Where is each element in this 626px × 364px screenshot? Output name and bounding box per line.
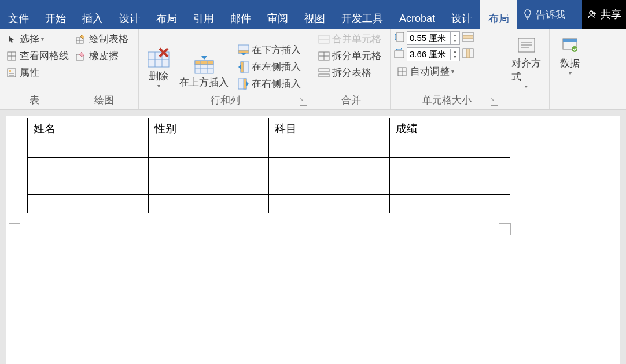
merge-cells-label: 合并单元格 <box>332 32 381 46</box>
tab-file[interactable]: 文件 <box>0 0 37 29</box>
tab-mailings[interactable]: 邮件 <box>222 0 259 29</box>
insert-right-button[interactable]: 在右侧插入 <box>235 76 303 91</box>
autofit-button[interactable]: 自动调整 <box>394 64 474 79</box>
document-table[interactable]: 姓名 性别 科目 成绩 <box>27 118 510 213</box>
autofit-label: 自动调整 <box>410 65 450 78</box>
svg-rect-27 <box>244 79 246 89</box>
table-cell[interactable] <box>389 139 510 158</box>
group-rows-cols: 删除 ▾ 在上方插入 在下方插入 在左侧插 <box>139 29 312 109</box>
insert-below-label: 在下方插入 <box>252 43 301 57</box>
document-area: 姓名 性别 科目 成绩 <box>0 110 626 364</box>
dialog-launcher-icon[interactable] <box>491 99 498 106</box>
row-height-field[interactable] <box>407 34 450 43</box>
tab-home[interactable]: 开始 <box>37 0 74 29</box>
merge-cells-button: 合并单元格 <box>316 31 384 47</box>
group-rows-cols-label: 行和列 <box>142 91 308 109</box>
table-cell[interactable] <box>269 195 390 213</box>
tab-developer[interactable]: 开发工具 <box>333 0 391 29</box>
svg-rect-35 <box>397 32 404 42</box>
table-row <box>28 139 510 158</box>
spin-down-icon[interactable]: ▼ <box>450 38 459 44</box>
insert-above-button[interactable]: 在上方插入 <box>175 50 233 91</box>
table-cell[interactable] <box>148 176 269 195</box>
group-alignment: 对齐方式 ▾ . <box>503 29 550 109</box>
svg-rect-23 <box>238 50 249 53</box>
insert-above-label: 在上方插入 <box>179 76 229 89</box>
properties-button[interactable]: 属性 <box>3 65 71 80</box>
table-header-cell[interactable]: 性别 <box>148 118 269 139</box>
svg-rect-25 <box>241 62 244 72</box>
spin-up-icon[interactable]: ▲ <box>450 32 459 38</box>
alignment-icon <box>515 34 538 57</box>
cursor-icon <box>6 34 17 45</box>
tab-acrobat[interactable]: Acrobat <box>391 0 443 29</box>
table-cell[interactable] <box>148 158 269 176</box>
draw-table-label: 绘制表格 <box>89 32 128 46</box>
svg-rect-17 <box>195 61 213 65</box>
split-table-button[interactable]: 拆分表格 <box>316 65 384 80</box>
data-icon <box>558 34 581 57</box>
tab-view[interactable]: 视图 <box>296 0 333 29</box>
dialog-launcher-icon[interactable] <box>300 99 307 106</box>
tab-insert[interactable]: 插入 <box>74 0 111 29</box>
delete-button[interactable]: 删除 ▾ <box>142 44 175 91</box>
spin-down-icon[interactable]: ▼ <box>450 54 459 60</box>
view-gridlines-button[interactable]: 查看网格线 <box>3 48 71 64</box>
share-label: 共享 <box>601 8 621 21</box>
document-page[interactable]: 姓名 性别 科目 成绩 <box>6 116 620 364</box>
eraser-button[interactable]: 橡皮擦 <box>73 48 131 64</box>
draw-table-button[interactable]: 绘制表格 <box>73 31 131 47</box>
table-cell[interactable] <box>148 195 269 213</box>
svg-point-54 <box>572 46 577 52</box>
share-button[interactable]: 共享 <box>582 0 626 29</box>
col-width-input[interactable]: ▲▼ <box>407 47 460 61</box>
spin-up-icon[interactable]: ▲ <box>450 49 459 54</box>
distribute-rows-icon[interactable] <box>462 32 474 44</box>
insert-left-button[interactable]: 在左侧插入 <box>235 59 303 75</box>
table-cell[interactable] <box>148 139 269 158</box>
insert-below-button[interactable]: 在下方插入 <box>235 42 303 58</box>
split-table-icon <box>318 67 330 79</box>
tab-table-design[interactable]: 设计 <box>443 0 480 29</box>
table-cell[interactable] <box>28 195 149 213</box>
row-height-icon <box>394 32 404 44</box>
table-cell[interactable] <box>269 158 390 176</box>
delete-icon <box>147 46 170 69</box>
table-cell[interactable] <box>389 158 510 176</box>
insert-left-icon <box>238 61 249 73</box>
split-cells-button[interactable]: 拆分单元格 <box>316 48 384 64</box>
group-table-label: 表 <box>3 91 65 109</box>
table-cell[interactable] <box>28 158 149 176</box>
view-gridlines-label: 查看网格线 <box>20 49 69 62</box>
table-header-cell[interactable]: 科目 <box>269 118 390 139</box>
properties-label: 属性 <box>20 66 39 79</box>
group-cell-size: ▲▼ ▲▼ 自动调整 单元格大小 <box>391 29 503 109</box>
tab-table-layout[interactable]: 布局 <box>480 0 517 29</box>
table-cell[interactable] <box>28 139 149 158</box>
table-cell[interactable] <box>269 176 390 195</box>
merge-cells-icon <box>318 34 330 45</box>
col-width-field[interactable] <box>407 50 450 60</box>
group-merge: 合并单元格 拆分单元格 拆分表格 合并 <box>312 29 391 109</box>
table-header-cell[interactable]: 成绩 <box>389 118 510 139</box>
tab-layout[interactable]: 布局 <box>148 0 185 29</box>
distribute-cols-icon[interactable] <box>462 48 474 61</box>
table-cell[interactable] <box>28 176 149 195</box>
svg-rect-53 <box>563 39 577 42</box>
table-row <box>28 195 510 213</box>
table-cell[interactable] <box>269 139 390 158</box>
tab-design[interactable]: 设计 <box>111 0 148 29</box>
table-row <box>28 176 510 195</box>
tab-review[interactable]: 审阅 <box>259 0 296 29</box>
alignment-button[interactable]: 对齐方式 ▾ <box>507 31 546 92</box>
table-header-cell[interactable]: 姓名 <box>28 118 149 139</box>
svg-rect-5 <box>9 70 11 72</box>
data-button[interactable]: 数据 ▾ <box>554 31 586 79</box>
eraser-label: 橡皮擦 <box>89 49 119 62</box>
row-height-input[interactable]: ▲▼ <box>407 31 460 45</box>
select-button[interactable]: 选择 <box>3 31 71 47</box>
tab-references[interactable]: 引用 <box>185 0 222 29</box>
table-cell[interactable] <box>389 176 510 195</box>
table-cell[interactable] <box>389 195 510 213</box>
tell-me-search[interactable]: 告诉我 <box>517 0 571 29</box>
